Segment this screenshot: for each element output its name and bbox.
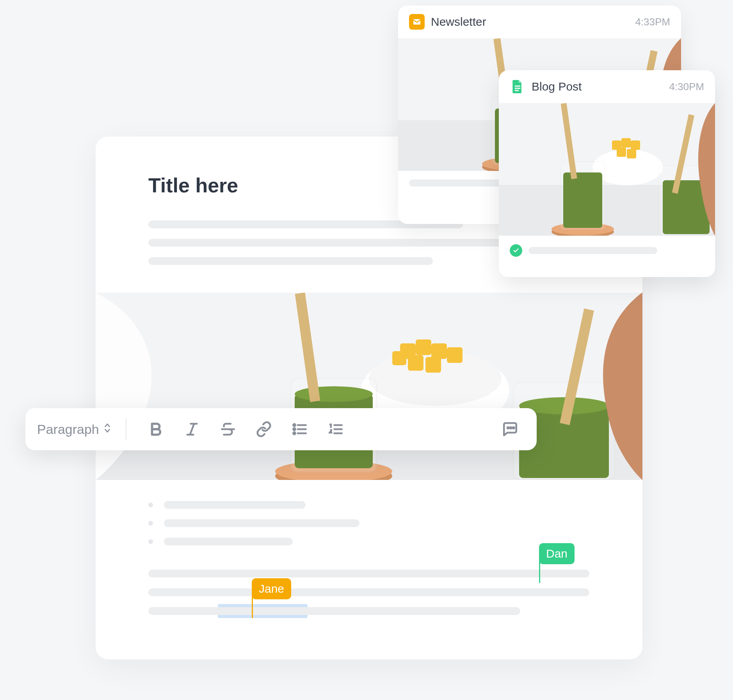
card-thumbnail bbox=[499, 103, 715, 236]
placeholder-line bbox=[164, 501, 306, 509]
svg-point-36 bbox=[513, 427, 514, 429]
mail-icon bbox=[409, 14, 425, 30]
svg-point-34 bbox=[507, 427, 509, 429]
bullet-list-button[interactable] bbox=[282, 415, 318, 443]
strikethrough-button[interactable] bbox=[210, 415, 246, 443]
svg-rect-5 bbox=[416, 339, 431, 355]
cursor-label: Dan bbox=[539, 543, 575, 564]
link-button[interactable] bbox=[246, 415, 282, 443]
svg-rect-7 bbox=[447, 347, 463, 363]
bold-button[interactable] bbox=[138, 415, 174, 443]
svg-point-28 bbox=[293, 424, 295, 426]
placeholder-line bbox=[148, 588, 589, 596]
check-circle-icon bbox=[510, 244, 522, 257]
document-title[interactable]: Title here bbox=[148, 174, 238, 197]
card-timestamp: 4:33PM bbox=[635, 16, 670, 28]
svg-rect-9 bbox=[425, 357, 441, 373]
formatting-toolbar: Paragraph bbox=[25, 408, 537, 450]
italic-button[interactable] bbox=[174, 415, 210, 443]
svg-rect-68 bbox=[563, 172, 602, 228]
cursor-label: Jane bbox=[252, 578, 291, 599]
svg-rect-61 bbox=[621, 138, 631, 147]
placeholder-line bbox=[148, 239, 525, 247]
svg-rect-10 bbox=[392, 351, 406, 365]
svg-rect-54 bbox=[515, 85, 520, 87]
format-selector-label: Paragraph bbox=[37, 422, 99, 437]
card-timestamp: 4:30PM bbox=[669, 81, 704, 93]
card-title: Blog Post bbox=[532, 80, 582, 93]
svg-rect-63 bbox=[617, 147, 626, 157]
svg-rect-55 bbox=[515, 88, 520, 89]
placeholder-line bbox=[164, 519, 359, 527]
svg-line-23 bbox=[190, 424, 194, 435]
placeholder-line bbox=[148, 607, 520, 615]
collaborator-cursor-jane: Jane bbox=[252, 578, 291, 599]
svg-rect-6 bbox=[431, 343, 447, 359]
placeholder-line bbox=[148, 570, 589, 577]
svg-rect-56 bbox=[515, 90, 519, 91]
placeholder-line bbox=[164, 538, 293, 545]
svg-point-29 bbox=[293, 428, 295, 430]
svg-point-35 bbox=[510, 427, 512, 429]
collaborator-cursor-dan: Dan bbox=[539, 543, 575, 564]
comment-button[interactable] bbox=[492, 415, 528, 443]
toolbar-separator bbox=[126, 418, 126, 440]
svg-rect-8 bbox=[408, 355, 423, 371]
card-title: Newsletter bbox=[431, 15, 486, 28]
blog-post-card[interactable]: Blog Post 4:30PM bbox=[499, 70, 715, 277]
svg-point-15 bbox=[295, 386, 373, 402]
svg-point-30 bbox=[293, 432, 295, 434]
placeholder-line bbox=[148, 257, 433, 265]
chevron-updown-icon bbox=[103, 422, 112, 437]
hero-image[interactable] bbox=[96, 293, 642, 480]
bullet-marker bbox=[148, 539, 153, 544]
placeholder-line bbox=[528, 247, 657, 254]
document-icon bbox=[510, 79, 525, 94]
block-format-selector[interactable]: Paragraph bbox=[34, 422, 120, 437]
bullet-marker bbox=[148, 503, 153, 507]
svg-rect-62 bbox=[631, 140, 640, 150]
numbered-list-button[interactable] bbox=[318, 415, 354, 443]
svg-rect-64 bbox=[627, 149, 636, 158]
bullet-marker bbox=[148, 521, 153, 526]
